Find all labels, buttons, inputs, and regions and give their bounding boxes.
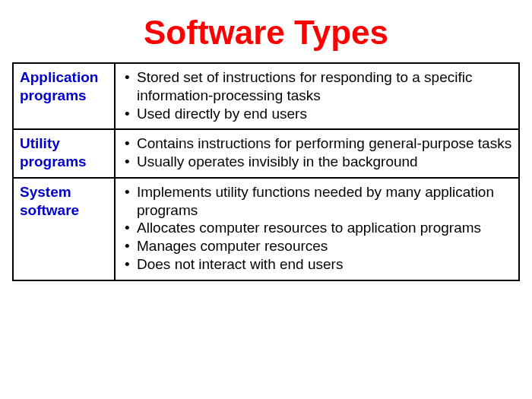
row-content: Stored set of instructions for respondin…: [115, 63, 519, 129]
bullet-list: Implements utility functions needed by m…: [122, 183, 512, 274]
table-row: Application programs Stored set of instr…: [13, 63, 519, 129]
row-label: Application programs: [13, 63, 115, 129]
bullet-list: Contains instructions for performing gen…: [122, 135, 512, 171]
row-label: Utility programs: [13, 129, 115, 178]
list-item: Manages computer resources: [123, 237, 512, 255]
list-item: Implements utility functions needed by m…: [123, 183, 512, 220]
list-item: Does not interact with end users: [123, 255, 512, 274]
page-title: Software Types: [0, 0, 532, 62]
table-row: System software Implements utility funct…: [13, 178, 519, 280]
list-item: Used directly by end users: [123, 105, 512, 123]
list-item: Contains instructions for performing gen…: [123, 135, 512, 153]
software-types-table: Application programs Stored set of instr…: [12, 62, 520, 281]
row-content: Implements utility functions needed by m…: [115, 178, 519, 280]
list-item: Usually operates invisibly in the backgr…: [123, 153, 512, 171]
table-row: Utility programs Contains instructions f…: [13, 129, 519, 178]
bullet-list: Stored set of instructions for respondin…: [122, 68, 512, 122]
row-content: Contains instructions for performing gen…: [115, 129, 519, 178]
row-label: System software: [13, 178, 115, 280]
list-item: Allocates computer resources to applicat…: [123, 219, 512, 237]
list-item: Stored set of instructions for respondin…: [123, 68, 512, 105]
